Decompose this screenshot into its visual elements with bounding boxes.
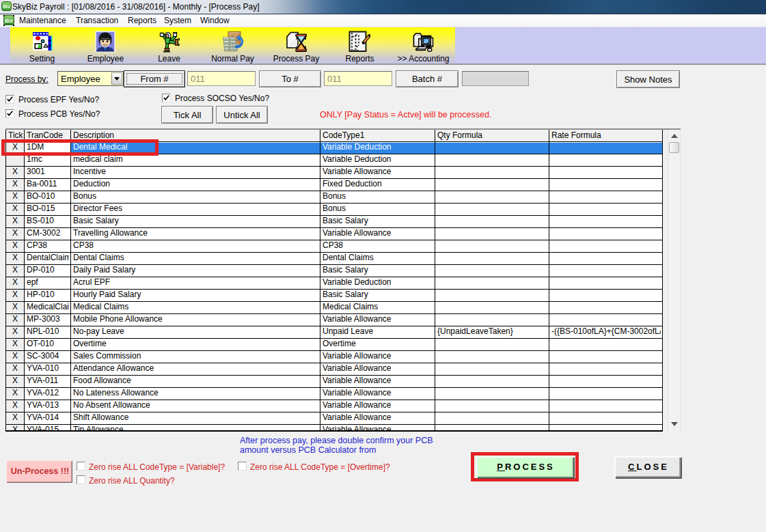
svg-text:Biz: Biz	[5, 18, 13, 24]
svg-text:Biz: Biz	[3, 3, 11, 10]
